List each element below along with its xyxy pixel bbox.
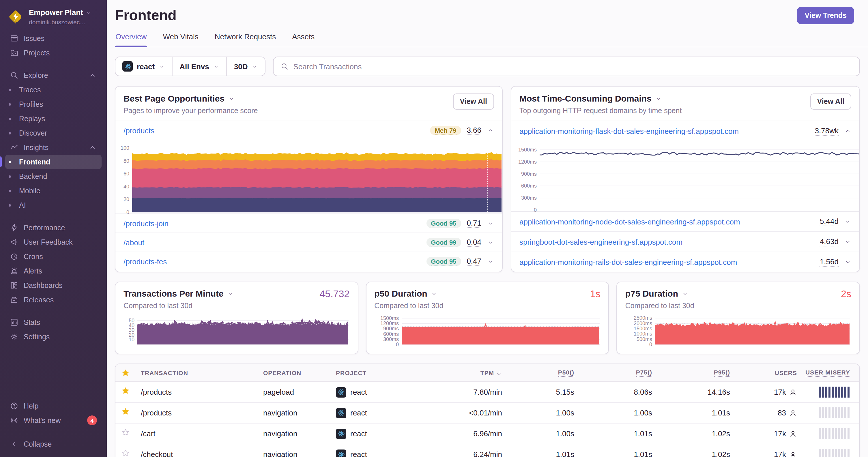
sidebar-item-ai[interactable]: AI — [5, 198, 101, 213]
sidebar-item-dashboards[interactable]: Dashboards — [5, 278, 101, 293]
chevron-down-icon[interactable] — [431, 290, 438, 297]
collapse-row-icon[interactable] — [487, 127, 494, 134]
sidebar-group-explore[interactable]: Explore — [5, 68, 101, 83]
sidebar-item-alerts[interactable]: Alerts — [5, 264, 101, 278]
sidebar-collapse-button[interactable]: Collapse — [5, 437, 101, 451]
chevron-down-icon[interactable] — [655, 95, 662, 102]
domain-link[interactable]: application-monitoring-rails-dot-sales-e… — [519, 258, 737, 266]
sidebar-item-releases[interactable]: Releases — [5, 293, 101, 307]
sidebar-item-whats-new[interactable]: What's new 4 — [5, 413, 101, 428]
panel-title: Most Time-Consuming Domains — [519, 94, 652, 103]
transaction-link[interactable]: /products — [141, 409, 263, 417]
transaction-link[interactable]: /checkout — [141, 450, 263, 457]
expand-row-icon[interactable] — [844, 238, 851, 245]
project-link[interactable]: react — [350, 429, 367, 438]
org-switcher[interactable]: Empower Plant dominik.buszowiec… — [0, 6, 107, 31]
tab-assets[interactable]: Assets — [291, 32, 315, 47]
sidebar-item-performance[interactable]: Performance — [5, 221, 101, 235]
transaction-link[interactable]: /products — [141, 388, 263, 396]
date-range-dropdown[interactable]: 30D — [226, 57, 265, 75]
sidebar-item-backend[interactable]: Backend — [5, 169, 101, 184]
column-header-p50[interactable]: P50() — [502, 369, 574, 377]
operation-cell: navigation — [263, 429, 336, 438]
sidebar-item-replays[interactable]: Replays — [5, 111, 101, 126]
svg-text:50: 50 — [129, 318, 134, 323]
transaction-link[interactable]: /products-join — [124, 219, 168, 228]
search-transactions-box — [273, 57, 860, 76]
tab-overview[interactable]: Overview — [115, 32, 147, 47]
transaction-link[interactable]: /products — [124, 126, 154, 135]
project-link[interactable]: react — [350, 409, 367, 417]
domain-duration-chart: 0300ms600ms900ms1200ms1500ms — [512, 141, 859, 211]
view-trends-button[interactable]: View Trends — [797, 7, 854, 24]
sidebar-item-frontend[interactable]: Frontend — [5, 155, 101, 169]
page-header: Frontend View Trends Overview Web Vitals… — [107, 0, 868, 47]
sidebar-item-mobile[interactable]: Mobile — [5, 184, 101, 198]
search-input[interactable] — [293, 62, 852, 71]
issues-icon — [10, 34, 19, 43]
sidebar-item-profiles[interactable]: Profiles — [5, 97, 101, 111]
user-misery-cell — [797, 449, 850, 457]
chevron-down-icon[interactable] — [682, 290, 688, 297]
sidebar-item-stats[interactable]: Stats — [5, 315, 101, 329]
tab-network-requests[interactable]: Network Requests — [214, 32, 276, 47]
environment-filter-dropdown[interactable]: All Envs — [172, 57, 226, 75]
table-header-row: TRANSACTION OPERATION PROJECT TPM P50() … — [116, 364, 859, 382]
chevron-down-icon[interactable] — [227, 290, 234, 297]
react-icon — [337, 409, 345, 417]
expand-row-icon[interactable] — [844, 218, 851, 225]
react-project-avatar — [336, 387, 346, 397]
expand-row-icon[interactable] — [487, 220, 494, 227]
column-header-user-misery[interactable]: USER MISERY — [797, 369, 850, 377]
opportunity-row: /about Good 99 0.04 — [116, 232, 502, 252]
dashboard-grid-icon — [10, 281, 19, 290]
column-header-tpm[interactable]: TPM — [444, 369, 502, 376]
star-toggle[interactable] — [121, 449, 130, 457]
collapse-row-icon[interactable] — [844, 128, 851, 134]
column-header-p75[interactable]: P75() — [574, 369, 652, 377]
table-row: /products pageload react 7.80/min 5.15s … — [116, 382, 859, 403]
svg-text:1200ms: 1200ms — [380, 321, 399, 326]
transaction-link[interactable]: /about — [124, 238, 144, 247]
column-header-project[interactable]: PROJECT — [336, 369, 444, 376]
sidebar-group-insights[interactable]: Insights — [5, 140, 101, 155]
expand-row-icon[interactable] — [844, 259, 851, 265]
sidebar-item-crons[interactable]: Crons — [5, 249, 101, 264]
expand-row-icon[interactable] — [487, 258, 494, 265]
domain-link[interactable]: springboot-dot-sales-engineering-sf.apps… — [519, 237, 682, 246]
star-toggle[interactable] — [121, 387, 130, 395]
column-header-p95[interactable]: P95() — [652, 369, 730, 377]
expand-row-icon[interactable] — [487, 239, 494, 246]
domain-link[interactable]: application-monitoring-flask-dot-sales-e… — [519, 127, 739, 135]
sidebar-item-user-feedback[interactable]: User Feedback — [5, 235, 101, 249]
sidebar-item-help[interactable]: Help — [5, 399, 101, 413]
sidebar-item-discover[interactable]: Discover — [5, 126, 101, 140]
star-toggle[interactable] — [121, 428, 130, 437]
column-header-users[interactable]: USERS — [730, 369, 797, 376]
column-header-transaction[interactable]: TRANSACTION — [141, 369, 263, 376]
column-header-operation[interactable]: OPERATION — [263, 369, 336, 376]
opportunities-view-all-button[interactable]: View All — [453, 94, 494, 110]
transaction-link[interactable]: /products-fes — [124, 257, 167, 266]
domain-time-value: 3.78wk — [815, 126, 839, 136]
sidebar-item-traces[interactable]: Traces — [5, 83, 101, 97]
opportunity-row: /products Meh 79 3.66 — [116, 121, 502, 140]
p75-cell: 1.01s — [574, 429, 652, 438]
domains-view-all-button[interactable]: View All — [810, 94, 851, 110]
project-filter-dropdown[interactable]: react — [116, 57, 172, 75]
whats-new-count-badge: 4 — [87, 416, 97, 425]
project-link[interactable]: react — [350, 388, 367, 396]
svg-text:0: 0 — [534, 207, 537, 213]
transaction-link[interactable]: /cart — [141, 429, 263, 438]
sidebar-item-settings[interactable]: Settings — [5, 329, 101, 344]
sidebar-item-issues[interactable]: Issues — [5, 31, 101, 45]
tab-web-vitals[interactable]: Web Vitals — [162, 32, 199, 47]
sidebar-item-projects[interactable]: Projects — [5, 45, 101, 60]
metric-value: 45.732 — [319, 289, 349, 300]
domain-time-value: 4.63d — [820, 237, 839, 247]
star-toggle[interactable] — [121, 407, 130, 416]
domain-link[interactable]: application-monitoring-node-dot-sales-en… — [519, 217, 740, 226]
transactions-table: TRANSACTION OPERATION PROJECT TPM P50() … — [115, 363, 860, 457]
project-link[interactable]: react — [350, 450, 367, 457]
chevron-down-icon[interactable] — [228, 95, 235, 102]
